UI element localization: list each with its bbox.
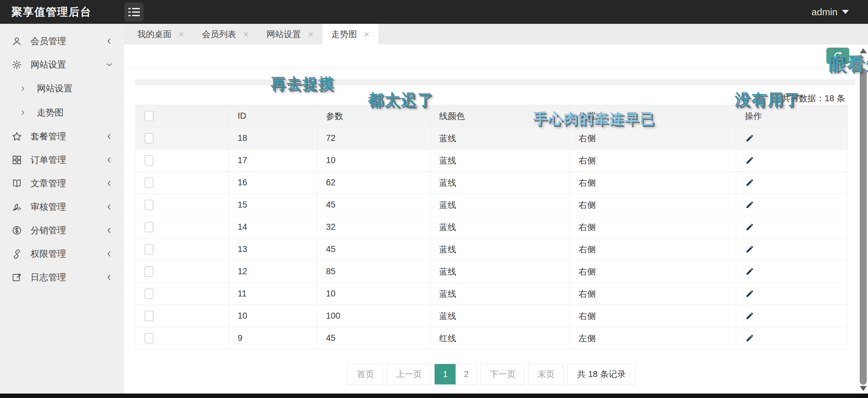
sidebar-subitem-site-settings[interactable]: 网站设置 <box>0 76 124 101</box>
edit-button[interactable] <box>745 200 754 210</box>
column-header-param: 参数 <box>317 105 431 127</box>
pagination: 首页 上一页 1 2 下一页 末页 共 18 条记录 <box>136 364 848 385</box>
tab-member-list[interactable]: 会员列表 × <box>193 24 258 44</box>
sidebar-item-permission-mgmt[interactable]: 权限管理 <box>0 242 124 266</box>
chevron-down-icon <box>105 61 113 69</box>
sidebar-subitem-label: 走势图 <box>37 107 64 119</box>
refresh-icon <box>832 50 843 62</box>
column-header-action: 操作 <box>736 105 848 127</box>
user-menu[interactable]: admin <box>811 0 849 24</box>
sidebar-item-label: 日志管理 <box>31 271 105 284</box>
pencil-icon <box>745 156 754 165</box>
edit-button[interactable] <box>745 311 754 321</box>
table-row: 14 32 蓝线 右侧 <box>136 216 848 238</box>
table-row: 17 10 蓝线 右侧 <box>136 150 848 172</box>
chevron-right-icon <box>20 109 26 116</box>
pagination-next-button[interactable]: 下一页 <box>480 364 525 385</box>
pencil-icon <box>745 311 754 321</box>
sidebar-item-label: 文章管理 <box>31 177 105 190</box>
sidebar-subitem-trend-chart[interactable]: 走势图 <box>0 101 124 125</box>
row-checkbox[interactable] <box>145 289 153 299</box>
row-checkbox[interactable] <box>145 333 153 343</box>
select-all-checkbox[interactable] <box>145 111 153 121</box>
edit-button[interactable] <box>745 178 754 188</box>
data-table: ID 参数 线颜色 位置 操作 18 72 蓝线 右侧 17 10 蓝线 右侧 <box>136 105 848 350</box>
close-icon[interactable]: × <box>179 30 184 39</box>
audit-icon <box>11 202 22 212</box>
close-icon[interactable]: × <box>364 30 370 39</box>
scrollbar-thumb[interactable] <box>860 68 867 385</box>
chevron-left-icon <box>105 180 113 187</box>
close-icon[interactable]: × <box>308 30 314 39</box>
table-row: 12 85 蓝线 右侧 <box>136 261 848 283</box>
row-checkbox[interactable] <box>145 266 153 277</box>
sidebar-item-site-settings[interactable]: 网站设置 <box>0 53 124 76</box>
sidebar-item-order-mgmt[interactable]: 订单管理 <box>0 148 124 172</box>
row-checkbox[interactable] <box>145 311 153 321</box>
tab-trend-chart[interactable]: 走势图 × <box>322 24 379 44</box>
pencil-icon <box>745 267 754 276</box>
edit-button[interactable] <box>745 245 754 254</box>
row-checkbox[interactable] <box>145 177 153 188</box>
pagination-first-button[interactable]: 首页 <box>348 364 383 385</box>
panel-divider-bar <box>135 79 855 86</box>
username: admin <box>811 7 837 18</box>
edit-button[interactable] <box>745 223 754 232</box>
scroll-down-arrow-icon[interactable] <box>860 386 867 391</box>
edit-button[interactable] <box>745 289 754 299</box>
pencil-icon <box>745 245 754 254</box>
topbar: 聚享值管理后台 admin <box>0 0 868 24</box>
close-icon[interactable]: × <box>243 30 249 39</box>
chevron-left-icon <box>105 274 113 281</box>
main-content: 共有数据：18 条 ID 参数 线颜色 位置 操作 18 72 蓝线 右侧 <box>124 44 868 394</box>
table-row: 11 10 蓝线 右侧 <box>136 283 848 305</box>
row-checkbox[interactable] <box>145 133 153 143</box>
chevron-left-icon <box>105 203 113 211</box>
pencil-icon <box>745 178 754 188</box>
chevron-down-icon <box>842 10 849 14</box>
pagination-page-1[interactable]: 1 <box>435 364 456 384</box>
edit-button[interactable] <box>745 134 754 143</box>
pagination-prev-button[interactable]: 上一页 <box>387 364 431 385</box>
edit-button[interactable] <box>745 156 754 165</box>
dollar-icon <box>11 225 22 236</box>
divider <box>124 67 858 68</box>
sidebar-item-label: 套餐管理 <box>31 130 105 142</box>
pagination-last-button[interactable]: 末页 <box>528 364 564 385</box>
pencil-icon <box>745 134 754 143</box>
edit-button[interactable] <box>745 267 754 276</box>
sidebar-item-label: 分销管理 <box>31 224 105 236</box>
sidebar-item-distribution-mgmt[interactable]: 分销管理 <box>0 219 124 242</box>
sidebar-item-package-mgmt[interactable]: 套餐管理 <box>0 125 124 148</box>
table-row: 10 100 蓝线 右侧 <box>136 305 848 327</box>
pencil-icon <box>745 334 754 343</box>
sidebar-toggle-button[interactable] <box>125 3 144 22</box>
scroll-up-arrow-icon[interactable] <box>860 48 867 53</box>
refresh-button[interactable] <box>826 47 849 64</box>
row-checkbox[interactable] <box>145 244 153 255</box>
row-checkbox[interactable] <box>145 222 153 232</box>
table-row: 13 45 蓝线 右侧 <box>136 238 848 261</box>
sidebar-item-review-mgmt[interactable]: 审核管理 <box>0 195 124 219</box>
row-checkbox[interactable] <box>145 200 153 210</box>
chevron-left-icon <box>105 156 113 164</box>
chevron-right-icon <box>20 86 26 92</box>
tab-site-settings[interactable]: 网站设置 × <box>258 24 322 44</box>
sidebar-item-member-mgmt[interactable]: 会员管理 <box>0 30 124 53</box>
sidebar-item-article-mgmt[interactable]: 文章管理 <box>0 172 124 195</box>
row-checkbox[interactable] <box>145 155 153 166</box>
sidebar-item-log-mgmt[interactable]: 日志管理 <box>0 266 124 289</box>
pagination-pages: 1 2 <box>434 364 477 385</box>
pencil-icon <box>745 289 754 299</box>
pagination-page-2[interactable]: 2 <box>456 364 476 384</box>
pencil-icon <box>745 200 754 210</box>
sidebar-item-label: 网站设置 <box>31 59 105 71</box>
tab-my-desktop[interactable]: 我的桌面 × <box>128 24 193 44</box>
total-data-text: 共有数据：18 条 <box>782 93 845 104</box>
vertical-scrollbar[interactable] <box>858 44 868 394</box>
table-header-row: ID 参数 线颜色 位置 操作 <box>136 105 848 127</box>
edit-button[interactable] <box>745 334 754 343</box>
sidebar-item-label: 审核管理 <box>31 201 105 213</box>
sidebar-subitem-label: 网站设置 <box>37 82 72 95</box>
star-icon <box>11 131 22 142</box>
